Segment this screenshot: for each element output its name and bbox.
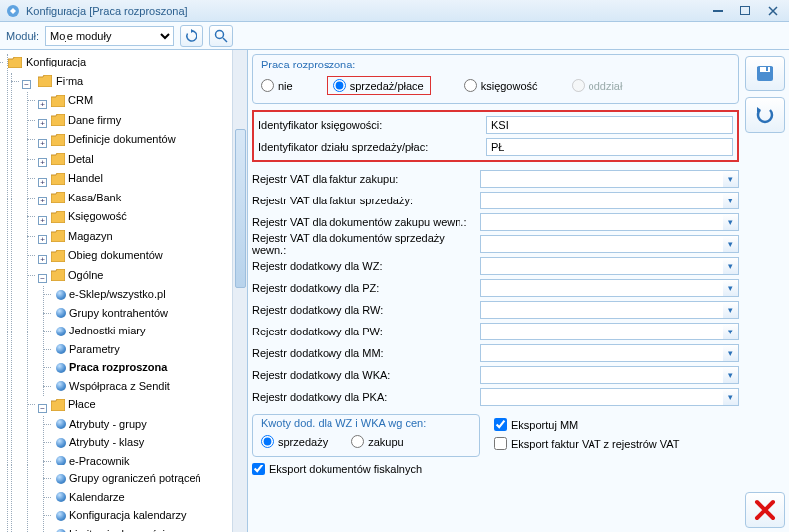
save-button[interactable] (745, 56, 785, 91)
radio-zakupu[interactable]: zakupu (351, 435, 403, 448)
radio-label: nie (278, 80, 293, 92)
tree-item[interactable]: Praca rozproszona (54, 359, 169, 376)
collapse-toggle[interactable]: − (38, 274, 47, 283)
svg-rect-1 (713, 10, 723, 12)
dot-icon (56, 511, 66, 521)
tree-item[interactable]: e-Sklep/wszystko.pl (54, 286, 168, 303)
dot-icon (56, 381, 66, 391)
radio-nie[interactable]: nie (261, 79, 293, 92)
tree-item[interactable]: Obieg dokumentów (49, 247, 165, 264)
tree-item[interactable]: Kasa/Bank (49, 190, 123, 206)
folder-icon (51, 134, 65, 146)
register-combo[interactable]: ▾ (480, 192, 739, 209)
main-area: Konfiguracja − Firma +CRM+Dane firmy+Def… (0, 50, 789, 532)
field-label: Rejestr dodatkowy dla PKA: (252, 391, 480, 403)
tree-root[interactable]: Konfiguracja (6, 54, 88, 70)
chevron-down-icon: ▾ (723, 345, 738, 361)
module-select[interactable]: Moje moduły (45, 26, 174, 46)
expand-toggle[interactable]: + (38, 178, 47, 187)
dot-icon (56, 492, 66, 502)
radio-sprzedazy[interactable]: sprzedaży (261, 435, 328, 448)
scroll-thumb[interactable] (235, 129, 246, 288)
check-eksport-fiskalnych[interactable]: Eksport dokumentów fiskalnych (252, 463, 422, 475)
chevron-down-icon: ▾ (723, 302, 738, 318)
tree-item[interactable]: Grupy ograniczeń potrąceń (54, 470, 203, 487)
tree-item[interactable]: Handel (49, 170, 105, 187)
tree-item[interactable]: Konfiguracja kalendarzy (54, 507, 188, 524)
register-combo[interactable]: ▾ (480, 279, 739, 297)
register-combo[interactable]: ▾ (480, 257, 739, 275)
tree-item[interactable]: CRM (49, 92, 95, 109)
dot-icon (56, 327, 66, 336)
expand-toggle[interactable]: + (38, 216, 47, 225)
radio-label: sprzedaży (278, 436, 328, 448)
register-row: Rejestr dodatkowy dla PW:▾ (252, 321, 739, 342)
undo-button[interactable] (745, 97, 785, 133)
tree-item[interactable]: e-Pracownik (54, 453, 132, 469)
tree-item[interactable]: Kalendarze (54, 489, 127, 506)
tree-item[interactable]: Współpraca z Sendit (54, 378, 172, 395)
register-combo[interactable]: ▾ (480, 170, 739, 188)
minimize-button[interactable] (708, 4, 727, 18)
check-eksport-mm[interactable]: Eksportuj MM (494, 418, 680, 431)
expand-toggle[interactable]: + (38, 255, 47, 264)
field-label: Rejestr VAT dla dokumentów zakupu wewn.: (252, 216, 480, 228)
check-eksport-vat[interactable]: Eksport faktur VAT z rejestrów VAT (494, 437, 680, 450)
svg-rect-5 (760, 66, 770, 72)
tree-item[interactable]: Atrybuty - grupy (54, 416, 149, 433)
register-combo[interactable]: ▾ (480, 344, 739, 362)
tree-item[interactable]: Definicje dokumentów (49, 131, 178, 148)
tree-item[interactable]: Limity nieobecności (54, 526, 167, 533)
register-combo[interactable]: ▾ (480, 235, 739, 253)
folder-icon (51, 192, 65, 203)
tree-label: e-Sklep/wszystko.pl (69, 286, 166, 303)
collapse-toggle[interactable]: − (38, 404, 47, 413)
radio-label: zakupu (368, 436, 403, 448)
register-row: Rejestr dodatkowy dla PZ:▾ (252, 277, 739, 299)
id-sprzedaz-input[interactable] (486, 138, 733, 156)
tree-ogolne[interactable]: Ogólne (49, 267, 105, 284)
tree-label: Konfiguracja kalendarzy (69, 507, 186, 524)
tree-item[interactable]: Parametry (54, 341, 122, 358)
refresh-button[interactable] (180, 25, 203, 47)
search-button[interactable] (209, 25, 233, 47)
expand-toggle[interactable]: + (38, 158, 47, 167)
tree-item[interactable]: Grupy kontrahentów (54, 305, 170, 322)
config-tree[interactable]: Konfiguracja − Firma +CRM+Dane firmy+Def… (0, 50, 247, 532)
register-combo[interactable]: ▾ (480, 388, 739, 406)
dot-icon (56, 438, 66, 448)
close-window-button[interactable] (763, 4, 783, 18)
id-ksiegowosc-input[interactable] (486, 116, 733, 134)
collapse-toggle[interactable]: − (22, 80, 31, 89)
close-button[interactable] (745, 492, 785, 528)
radio-label: oddział (589, 80, 623, 92)
field-label: Rejestr VAT dla faktur sprzedaży: (252, 195, 480, 206)
tree-scrollbar[interactable] (232, 50, 247, 532)
folder-icon (51, 153, 65, 165)
register-combo[interactable]: ▾ (480, 366, 739, 384)
radio-ksiegowosc[interactable]: księgowość (464, 79, 538, 92)
tree-place[interactable]: Płace (49, 396, 98, 413)
tree-item[interactable]: Magazyn (49, 228, 115, 245)
tree-firma[interactable]: Firma (36, 73, 85, 90)
tree-item[interactable]: Atrybuty - klasy (54, 434, 146, 451)
register-combo[interactable]: ▾ (480, 301, 739, 319)
expand-toggle[interactable]: + (38, 100, 47, 109)
praca-rozproszona-group: Praca rozproszona: nie sprzedaż/płace ks… (252, 54, 739, 104)
register-combo[interactable]: ▾ (480, 323, 739, 340)
tree-label: Detal (68, 151, 94, 168)
checks-column: Eksportuj MM Eksport faktur VAT z rejest… (494, 414, 680, 450)
register-combo[interactable]: ▾ (480, 213, 739, 231)
maximize-button[interactable] (735, 4, 755, 18)
expand-toggle[interactable]: + (38, 235, 47, 244)
expand-toggle[interactable]: + (38, 197, 47, 205)
tree-item[interactable]: Jednostki miary (54, 323, 147, 339)
expand-toggle[interactable]: + (38, 139, 47, 148)
tree-item[interactable]: Detal (49, 151, 96, 168)
expand-toggle[interactable]: + (38, 119, 47, 128)
radio-sprzedaz-place[interactable]: sprzedaż/płace (327, 76, 431, 95)
tree-item[interactable]: Dane firmy (49, 112, 123, 129)
register-row: Rejestr dodatkowy dla WZ:▾ (252, 255, 739, 277)
tree-item[interactable]: Księgowość (49, 208, 129, 225)
field-label: Identyfikator działu sprzedaży/płac: (258, 141, 486, 153)
